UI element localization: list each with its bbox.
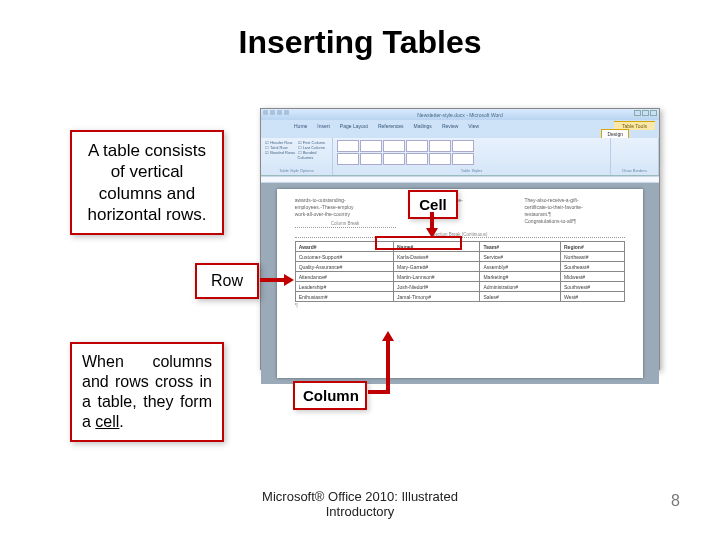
ribbon-tab: References	[375, 122, 407, 130]
footer-line1: Microsoft® Office 2010: Illustrated	[0, 489, 720, 505]
arrowhead-icon	[284, 274, 294, 286]
label-column: Column	[293, 381, 367, 410]
ribbon-tab: Page Layout	[337, 122, 371, 130]
ribbon: ☑ Header Row ☑ First Column ☐ Total Row …	[261, 138, 659, 176]
footer-line2: Introductory	[0, 504, 720, 520]
ribbon-tab: Home	[291, 122, 310, 130]
ribbon-tab: Mailings	[411, 122, 435, 130]
body-text: awards-to-outstanding- employees.-These-…	[295, 197, 626, 231]
table-row: Attendance#Martin-Lannson#Marketing#Midw…	[295, 272, 625, 282]
slide-title: Inserting Tables	[0, 0, 720, 61]
callout-cell-definition: When columns and rows cross in a table, …	[70, 342, 224, 442]
ruler	[261, 176, 659, 183]
page: awards-to-outstanding- employees.-These-…	[277, 189, 644, 378]
data-table: Award#Name#Team#Region# Customer-Support…	[295, 241, 626, 302]
callout-row: Row	[195, 263, 259, 299]
ribbon-tab: Insert	[314, 122, 333, 130]
ribbon-tabs: Home Insert Page Layout References Maili…	[261, 120, 659, 130]
quick-access-toolbar	[263, 110, 289, 115]
table-styles-gallery	[337, 140, 487, 165]
footer: Microsoft® Office 2010: Illustrated Intr…	[0, 489, 720, 520]
page-number: 8	[671, 492, 680, 510]
arrow-column-v2	[386, 380, 390, 394]
arrow-row	[260, 278, 286, 282]
window-buttons	[634, 110, 657, 116]
ribbon-subtabs: Design	[261, 130, 659, 138]
ribbon-tab: View	[465, 122, 482, 130]
table-row: Quality-Assurance#Mary-Garrett#Assembly#…	[295, 262, 625, 272]
word-titlebar: Newsletter-style.docx - Microsoft Word	[261, 109, 659, 120]
cell-highlight	[375, 236, 462, 250]
callout-definition: A table consists of vertical columns and…	[70, 130, 224, 235]
document-area: awards-to-outstanding- employees.-These-…	[261, 183, 659, 384]
arrowhead-icon	[426, 228, 438, 238]
ribbon-tab: Review	[439, 122, 461, 130]
arrowhead-icon	[382, 331, 394, 341]
table-row: Leadership#Josh-Niedorf#Administration#S…	[295, 282, 625, 292]
table-row: Enthusiasm#Jamal-Timony#Sales#West#	[295, 292, 625, 302]
table-row: Customer-Support#Karla-Davies#Service#No…	[295, 252, 625, 262]
arrow-column	[386, 340, 390, 382]
word-title-text: Newsletter-style.docx - Microsoft Word	[417, 112, 502, 118]
paragraph-mark: ¶	[295, 302, 626, 308]
contextual-tab: Design	[601, 129, 629, 138]
